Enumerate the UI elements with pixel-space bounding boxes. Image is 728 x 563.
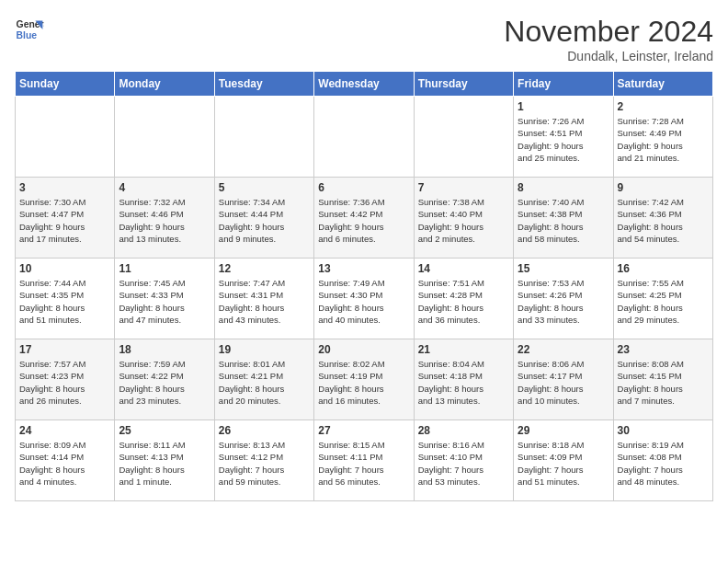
header-wednesday: Wednesday [314, 72, 414, 97]
day-info: Sunrise: 8:13 AM Sunset: 4:12 PM Dayligh… [219, 439, 310, 488]
title-area: November 2024 Dundalk, Leinster, Ireland [504, 15, 713, 63]
day-info: Sunrise: 7:53 AM Sunset: 4:26 PM Dayligh… [518, 277, 609, 326]
day-info: Sunrise: 8:11 AM Sunset: 4:13 PM Dayligh… [119, 439, 210, 488]
day-number: 4 [119, 181, 210, 194]
day-number: 30 [618, 424, 709, 437]
day-info: Sunrise: 7:55 AM Sunset: 4:25 PM Dayligh… [618, 277, 709, 326]
calendar-cell: 16Sunrise: 7:55 AM Sunset: 4:25 PM Dayli… [613, 259, 712, 339]
day-info: Sunrise: 7:51 AM Sunset: 4:28 PM Dayligh… [418, 277, 509, 326]
calendar-cell: 29Sunrise: 8:18 AM Sunset: 4:09 PM Dayli… [514, 420, 613, 501]
day-info: Sunrise: 7:59 AM Sunset: 4:22 PM Dayligh… [119, 358, 210, 407]
day-number: 26 [219, 424, 310, 437]
day-info: Sunrise: 8:18 AM Sunset: 4:09 PM Dayligh… [518, 439, 609, 488]
day-number: 19 [219, 343, 310, 356]
day-number: 2 [618, 100, 709, 113]
calendar-cell: 24Sunrise: 8:09 AM Sunset: 4:14 PM Dayli… [16, 420, 115, 501]
day-info: Sunrise: 8:16 AM Sunset: 4:10 PM Dayligh… [418, 439, 509, 488]
day-info: Sunrise: 8:08 AM Sunset: 4:15 PM Dayligh… [618, 358, 709, 407]
header-thursday: Thursday [414, 72, 513, 97]
calendar-cell: 20Sunrise: 8:02 AM Sunset: 4:19 PM Dayli… [314, 339, 414, 420]
day-info: Sunrise: 7:45 AM Sunset: 4:33 PM Dayligh… [119, 277, 210, 326]
calendar-cell [115, 97, 214, 178]
day-number: 21 [418, 343, 509, 356]
day-info: Sunrise: 7:44 AM Sunset: 4:35 PM Dayligh… [19, 277, 110, 326]
day-number: 1 [518, 100, 609, 113]
calendar-cell: 9Sunrise: 7:42 AM Sunset: 4:36 PM Daylig… [613, 178, 712, 259]
calendar-cell: 23Sunrise: 8:08 AM Sunset: 4:15 PM Dayli… [613, 339, 712, 420]
header-saturday: Saturday [613, 72, 712, 97]
day-info: Sunrise: 7:49 AM Sunset: 4:30 PM Dayligh… [318, 277, 409, 326]
week-row-1: 1Sunrise: 7:26 AM Sunset: 4:51 PM Daylig… [16, 97, 713, 178]
day-number: 16 [618, 262, 709, 275]
calendar-cell: 2Sunrise: 7:28 AM Sunset: 4:49 PM Daylig… [613, 97, 712, 178]
calendar-cell: 19Sunrise: 8:01 AM Sunset: 4:21 PM Dayli… [214, 339, 313, 420]
day-number: 18 [119, 343, 210, 356]
day-number: 24 [19, 424, 110, 437]
page-header: General Blue November 2024 Dundalk, Lein… [15, 15, 713, 63]
day-number: 14 [418, 262, 509, 275]
calendar-cell: 27Sunrise: 8:15 AM Sunset: 4:11 PM Dayli… [314, 420, 414, 501]
day-info: Sunrise: 7:34 AM Sunset: 4:44 PM Dayligh… [219, 196, 310, 245]
calendar-cell: 4Sunrise: 7:32 AM Sunset: 4:46 PM Daylig… [115, 178, 214, 259]
header-tuesday: Tuesday [214, 72, 313, 97]
day-info: Sunrise: 7:28 AM Sunset: 4:49 PM Dayligh… [618, 115, 709, 164]
header-friday: Friday [514, 72, 613, 97]
day-number: 23 [618, 343, 709, 356]
day-number: 29 [518, 424, 609, 437]
day-info: Sunrise: 8:06 AM Sunset: 4:17 PM Dayligh… [518, 358, 609, 407]
calendar-cell [16, 97, 115, 178]
day-number: 10 [19, 262, 110, 275]
calendar-table: SundayMondayTuesdayWednesdayThursdayFrid… [15, 71, 713, 501]
calendar-cell: 13Sunrise: 7:49 AM Sunset: 4:30 PM Dayli… [314, 259, 414, 339]
day-info: Sunrise: 8:19 AM Sunset: 4:08 PM Dayligh… [618, 439, 709, 488]
day-info: Sunrise: 8:01 AM Sunset: 4:21 PM Dayligh… [219, 358, 310, 407]
calendar-cell [414, 97, 513, 178]
day-number: 8 [518, 181, 609, 194]
calendar-cell: 10Sunrise: 7:44 AM Sunset: 4:35 PM Dayli… [16, 259, 115, 339]
calendar-cell: 6Sunrise: 7:36 AM Sunset: 4:42 PM Daylig… [314, 178, 414, 259]
calendar-cell: 11Sunrise: 7:45 AM Sunset: 4:33 PM Dayli… [115, 259, 214, 339]
day-number: 22 [518, 343, 609, 356]
day-info: Sunrise: 8:02 AM Sunset: 4:19 PM Dayligh… [318, 358, 409, 407]
calendar-cell: 15Sunrise: 7:53 AM Sunset: 4:26 PM Dayli… [514, 259, 613, 339]
month-title: November 2024 [504, 15, 713, 49]
day-info: Sunrise: 8:15 AM Sunset: 4:11 PM Dayligh… [318, 439, 409, 488]
day-number: 13 [318, 262, 409, 275]
calendar-cell: 30Sunrise: 8:19 AM Sunset: 4:08 PM Dayli… [613, 420, 712, 501]
day-number: 12 [219, 262, 310, 275]
calendar-cell: 5Sunrise: 7:34 AM Sunset: 4:44 PM Daylig… [214, 178, 313, 259]
day-info: Sunrise: 7:32 AM Sunset: 4:46 PM Dayligh… [119, 196, 210, 245]
calendar-cell: 8Sunrise: 7:40 AM Sunset: 4:38 PM Daylig… [514, 178, 613, 259]
day-info: Sunrise: 7:26 AM Sunset: 4:51 PM Dayligh… [518, 115, 609, 164]
day-number: 25 [119, 424, 210, 437]
header-sunday: Sunday [16, 72, 115, 97]
day-number: 17 [19, 343, 110, 356]
day-info: Sunrise: 7:38 AM Sunset: 4:40 PM Dayligh… [418, 196, 509, 245]
header-monday: Monday [115, 72, 214, 97]
day-info: Sunrise: 7:47 AM Sunset: 4:31 PM Dayligh… [219, 277, 310, 326]
week-row-3: 10Sunrise: 7:44 AM Sunset: 4:35 PM Dayli… [16, 259, 713, 339]
day-number: 11 [119, 262, 210, 275]
calendar-cell: 12Sunrise: 7:47 AM Sunset: 4:31 PM Dayli… [214, 259, 313, 339]
svg-text:Blue: Blue [17, 30, 38, 40]
day-number: 9 [618, 181, 709, 194]
day-info: Sunrise: 7:42 AM Sunset: 4:36 PM Dayligh… [618, 196, 709, 245]
week-row-5: 24Sunrise: 8:09 AM Sunset: 4:14 PM Dayli… [16, 420, 713, 501]
logo-icon: General Blue [15, 15, 44, 44]
logo: General Blue [15, 15, 44, 44]
day-info: Sunrise: 8:04 AM Sunset: 4:18 PM Dayligh… [418, 358, 509, 407]
calendar-cell: 3Sunrise: 7:30 AM Sunset: 4:47 PM Daylig… [16, 178, 115, 259]
day-number: 20 [318, 343, 409, 356]
day-info: Sunrise: 7:57 AM Sunset: 4:23 PM Dayligh… [19, 358, 110, 407]
calendar-cell: 17Sunrise: 7:57 AM Sunset: 4:23 PM Dayli… [16, 339, 115, 420]
day-number: 15 [518, 262, 609, 275]
calendar-cell: 18Sunrise: 7:59 AM Sunset: 4:22 PM Dayli… [115, 339, 214, 420]
day-number: 5 [219, 181, 310, 194]
week-row-4: 17Sunrise: 7:57 AM Sunset: 4:23 PM Dayli… [16, 339, 713, 420]
day-info: Sunrise: 8:09 AM Sunset: 4:14 PM Dayligh… [19, 439, 110, 488]
calendar-cell: 7Sunrise: 7:38 AM Sunset: 4:40 PM Daylig… [414, 178, 513, 259]
week-row-2: 3Sunrise: 7:30 AM Sunset: 4:47 PM Daylig… [16, 178, 713, 259]
calendar-cell: 22Sunrise: 8:06 AM Sunset: 4:17 PM Dayli… [514, 339, 613, 420]
calendar-cell [214, 97, 313, 178]
day-info: Sunrise: 7:40 AM Sunset: 4:38 PM Dayligh… [518, 196, 609, 245]
